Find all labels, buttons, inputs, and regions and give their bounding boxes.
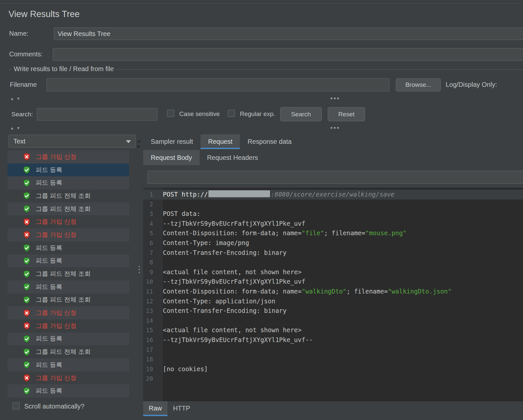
tree-item[interactable]: 그룹 피드 전체 조회 <box>8 189 129 202</box>
tree-item[interactable]: 그룹 가입 신청 <box>8 215 129 228</box>
tree-item-label: 그룹 가입 신청 <box>36 322 77 330</box>
tree-item[interactable]: 그룹 가입 신청 <box>8 319 129 333</box>
search-input[interactable] <box>37 108 157 121</box>
editor-lines: 1POST http://:8080/score/exercise/walkin… <box>143 188 523 384</box>
success-shield-icon <box>23 244 31 252</box>
splitter-grip-icon-2[interactable]: ••• <box>330 124 340 132</box>
line-number: 4 <box>143 219 163 229</box>
tab-request-headers[interactable]: Request Headers <box>200 150 266 165</box>
splitter-collapse-left-icon[interactable]: ◀ <box>138 139 140 143</box>
code-text: <actual file content, not shown here> <box>163 325 523 335</box>
error-shield-icon <box>23 231 31 239</box>
code-text: Content-Transfer-Encoding: binary <box>163 306 523 316</box>
line-number: 19 <box>143 364 163 374</box>
regular-exp-checkbox[interactable] <box>228 110 235 117</box>
window-divider <box>0 3 523 4</box>
filename-input[interactable] <box>47 78 389 91</box>
success-shield-icon <box>23 192 31 200</box>
browse-button[interactable]: Browse... <box>396 78 441 91</box>
line-number: 8 <box>143 258 163 267</box>
code-line: 17 <box>143 345 523 355</box>
code-text: Content-Disposition: form-data; name="fi… <box>163 228 523 238</box>
code-text <box>163 258 523 267</box>
tree-item[interactable]: 그룹 가입 신청 <box>8 306 129 319</box>
request-filter-input[interactable] <box>147 171 523 184</box>
view-mode-select[interactable]: Text <box>9 135 136 148</box>
comments-input[interactable] <box>53 48 523 61</box>
splitter-collapse-icons-2[interactable]: ▲▼ <box>10 126 23 130</box>
code-line: 7Content-Transfer-Encoding: binary <box>143 248 523 258</box>
success-shield-icon <box>23 387 31 395</box>
tree-item-label: 피드 등록 <box>36 166 62 174</box>
tab-response-data[interactable]: Response data <box>240 134 299 149</box>
code-line: 6Content-Type: image/png <box>143 238 523 248</box>
code-text <box>163 354 523 364</box>
tree-item[interactable]: 피드 등록 <box>8 255 129 268</box>
line-number: 10 <box>143 277 163 287</box>
success-shield-icon <box>23 257 31 265</box>
view-results-tree-window: View Results Tree Name: View Results Tre… <box>0 0 523 420</box>
code-text <box>163 200 523 209</box>
splitter-collapse-icons[interactable]: ▲▼ <box>10 96 23 101</box>
tree-item-label: 그룹 피드 전체 조회 <box>36 205 91 213</box>
request-subtabs: Request Body Request Headers <box>143 150 265 165</box>
tree-item-label: 그룹 피드 전체 조회 <box>36 270 91 278</box>
scroll-automatically-checkbox[interactable] <box>12 402 20 410</box>
tree-item[interactable]: 피드 등록 <box>8 358 129 372</box>
code-text: Content-Transfer-Encoding: binary <box>163 248 523 258</box>
splitter-expand-right-icon[interactable]: ▶ <box>138 144 140 148</box>
tab-request[interactable]: Request <box>201 134 240 149</box>
line-number: 12 <box>143 296 163 306</box>
code-text: --tzjTbkVrS9yBvEUcrFaftjXYgXYl1Pke_uvf <box>163 219 523 229</box>
code-line: 14 <box>143 316 523 326</box>
format-tabbar: Raw HTTP <box>143 401 523 420</box>
redacted-host-box <box>208 190 270 197</box>
tree-item[interactable]: 그룹 가입 신청 <box>8 150 129 163</box>
tree-item[interactable]: 그룹 피드 전체 조회 <box>8 294 129 307</box>
line-number: 1 <box>143 190 163 200</box>
error-shield-icon <box>23 218 31 226</box>
line-number: 2 <box>143 200 163 209</box>
tree-item[interactable]: 피드 등록 <box>8 280 129 294</box>
tree-item-label: 피드 등록 <box>36 334 62 343</box>
tab-request-body[interactable]: Request Body <box>143 150 200 165</box>
tree-item[interactable]: 그룹 피드 전체 조회 <box>8 202 129 216</box>
tree-item[interactable]: 그룹 피드 전체 조회 <box>8 267 129 280</box>
vertical-splitter-grip[interactable] <box>139 266 140 273</box>
tree-item[interactable]: 피드 등록 <box>8 176 129 189</box>
code-text: --tzjTbkVrS9yBvEUcrFaftjXYgXYl1Pke_uvf <box>163 277 523 287</box>
results-tree: 그룹 가입 신청피드 등록피드 등록그룹 피드 전체 조회그룹 피드 전체 조회… <box>0 150 136 398</box>
code-line: 18 <box>143 354 523 364</box>
success-shield-icon <box>23 348 31 356</box>
tree-item[interactable]: 그룹 가입 신청 <box>8 228 129 241</box>
code-text: Content-Type: application/json <box>163 296 523 306</box>
tab-raw[interactable]: Raw <box>143 401 167 416</box>
code-line: 9<actual file content, not shown here> <box>143 267 523 277</box>
request-body-editor[interactable]: 1POST http://:8080/score/exercise/walkin… <box>143 188 523 401</box>
splitter-grip-icon[interactable]: ••• <box>330 95 340 102</box>
tree-item[interactable]: 그룹 피드 전체 조회 <box>8 345 129 358</box>
tab-http[interactable]: HTTP <box>167 401 196 416</box>
code-text <box>163 316 523 326</box>
tree-item-label: 그룹 가입 신청 <box>36 231 77 239</box>
case-sensitive-label: Case sensitive <box>179 110 220 118</box>
code-line: 20 <box>143 374 523 384</box>
name-input[interactable]: View Results Tree <box>54 28 523 40</box>
reset-button[interactable]: Reset <box>328 107 365 121</box>
error-shield-icon <box>23 309 31 317</box>
tree-item-label: 피드 등록 <box>36 361 62 369</box>
tree-item[interactable]: 피드 등록 <box>8 384 129 397</box>
tree-item-label: 피드 등록 <box>36 257 62 265</box>
line-number: 14 <box>143 316 163 326</box>
search-button[interactable]: Search <box>280 107 322 121</box>
tree-item[interactable]: 피드 등록 <box>8 241 129 255</box>
tree-item[interactable]: 그룹 가입 신청 <box>8 372 129 385</box>
case-sensitive-checkbox[interactable] <box>167 110 174 117</box>
success-shield-icon <box>23 283 31 291</box>
code-line: 10--tzjTbkVrS9yBvEUcrFaftjXYgXYl1Pke_uvf <box>143 277 523 287</box>
line-number: 6 <box>143 238 163 248</box>
tree-item[interactable]: 피드 등록 <box>8 333 129 346</box>
line-number: 17 <box>143 345 163 355</box>
tree-item[interactable]: 피드 등록 <box>8 163 129 177</box>
tab-sampler-result[interactable]: Sampler result <box>143 134 201 149</box>
